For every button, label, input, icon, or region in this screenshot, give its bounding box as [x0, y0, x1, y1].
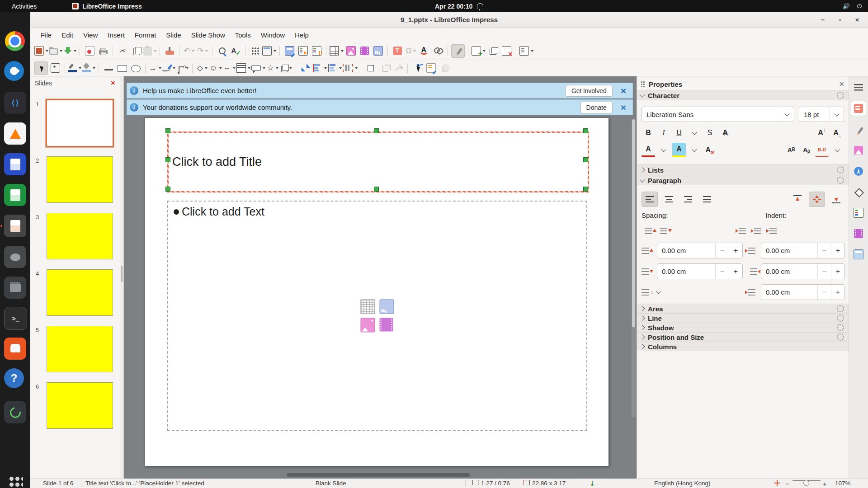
dropdown-caret-icon[interactable]: [289, 67, 292, 69]
dropdown-caret-icon[interactable]: [248, 67, 250, 69]
gear-icon[interactable]: [837, 92, 844, 99]
text-language-status[interactable]: English (Hong Kong): [654, 480, 711, 487]
slide-thumbnail-5[interactable]: [47, 326, 113, 372]
selection-handle[interactable]: [583, 157, 588, 162]
dropdown-caret-icon[interactable]: [219, 67, 222, 69]
insert-table-button[interactable]: [330, 45, 344, 57]
dock-item-chrome[interactable]: [5, 31, 25, 51]
dropdown-caret-icon[interactable]: [263, 67, 265, 69]
spin-minus[interactable]: −: [817, 243, 831, 258]
dropdown-caret-icon[interactable]: [154, 50, 156, 52]
master-slide-button[interactable]: [283, 45, 296, 57]
donate-button[interactable]: Donate: [580, 102, 613, 113]
export-pdf-button[interactable]: [83, 45, 96, 57]
dropdown-caret-icon[interactable]: [531, 50, 533, 52]
align-vcenter-button[interactable]: [809, 192, 825, 207]
slide-thumbnail-1[interactable]: [46, 99, 114, 147]
dock-item-app-grid[interactable]: [4, 471, 26, 488]
dropdown-caret-icon[interactable]: [192, 50, 194, 52]
selection-handle[interactable]: [165, 128, 170, 133]
decrease-paragraph-spacing-button[interactable]: [657, 224, 672, 238]
special-character-button[interactable]: Ω: [405, 45, 417, 57]
cut-button[interactable]: ✂: [116, 45, 129, 57]
dock-item-libreoffice-impress[interactable]: [4, 215, 26, 237]
flowchart-shapes-button[interactable]: [236, 62, 250, 75]
section-lists[interactable]: Lists: [637, 164, 849, 175]
gear-icon[interactable]: [837, 324, 844, 331]
spin-minus[interactable]: −: [715, 264, 729, 279]
section-paragraph[interactable]: Paragraph: [637, 175, 849, 185]
align-justify-button[interactable]: [699, 192, 715, 206]
dropdown-caret-icon[interactable]: [355, 67, 358, 69]
insert-chart-button[interactable]: [372, 45, 384, 57]
dock-item-libreoffice-calc[interactable]: [4, 184, 26, 206]
crop-image-button[interactable]: [378, 62, 391, 75]
tab-gallery[interactable]: [851, 143, 866, 158]
dock-item-ubuntu-software[interactable]: [4, 338, 26, 360]
dropdown-caret-icon[interactable]: [276, 67, 278, 69]
gear-icon[interactable]: [837, 305, 844, 312]
dock-item-extensions[interactable]: [4, 401, 26, 423]
selection-handle[interactable]: [374, 187, 379, 192]
underline-dropdown[interactable]: [688, 127, 701, 139]
menu-tools[interactable]: Tools: [230, 29, 256, 41]
slide-thumbnail-6[interactable]: [47, 382, 113, 429]
tab-slide-transition[interactable]: [851, 206, 866, 220]
chevron-down-icon[interactable]: [830, 107, 844, 122]
below-paragraph-spacing-field[interactable]: 0.00 cm − +: [657, 263, 743, 279]
dropdown-caret-icon[interactable]: [60, 50, 62, 52]
dropdown-caret-icon[interactable]: [159, 67, 161, 69]
first-line-indent-field[interactable]: 0.00 cm − +: [761, 284, 845, 300]
menu-view[interactable]: View: [78, 29, 103, 41]
font-size-select[interactable]: 18 pt: [799, 107, 844, 122]
stars-and-banners-button[interactable]: ☆: [266, 62, 279, 75]
section-shadow[interactable]: Shadow: [637, 323, 849, 332]
select-button[interactable]: [34, 61, 48, 75]
line-spacing-dropdown[interactable]: [657, 291, 742, 293]
fill-color-button[interactable]: [82, 62, 95, 75]
dropdown-caret-icon[interactable]: [233, 67, 236, 69]
title-placeholder[interactable]: Click to add Title: [167, 131, 589, 192]
spin-minus[interactable]: −: [817, 285, 831, 300]
chevron-down-icon[interactable]: [780, 107, 794, 122]
decrease-font-size-button[interactable]: A↓: [830, 127, 844, 139]
dropdown-caret-icon[interactable]: [341, 50, 344, 52]
menu-slide-show[interactable]: Slide Show: [186, 29, 230, 41]
spin-plus[interactable]: +: [831, 285, 844, 300]
tab-styles[interactable]: [851, 122, 866, 137]
fit-slide-icon[interactable]: [774, 480, 780, 486]
undo-button[interactable]: ↶: [183, 45, 195, 57]
selection-handle[interactable]: [374, 128, 379, 133]
clone-formatting-button[interactable]: [163, 45, 176, 57]
rectangle-button[interactable]: [116, 62, 128, 75]
slide-number-status[interactable]: Slide 1 of 6: [43, 480, 74, 487]
dock-item-vlc[interactable]: [4, 122, 26, 145]
fontwork-button[interactable]: [418, 45, 431, 57]
dock-item-vscode[interactable]: [4, 92, 26, 114]
zoom-and-pan-button[interactable]: [49, 62, 61, 75]
paste-button[interactable]: [143, 45, 156, 57]
close-button[interactable]: ×: [852, 14, 863, 25]
selection-handle[interactable]: [583, 187, 588, 192]
spin-plus[interactable]: +: [831, 264, 844, 279]
superscript-button[interactable]: Aᴮ: [784, 144, 798, 156]
increase-indent-button[interactable]: [736, 224, 751, 238]
tab-master-slides[interactable]: [851, 247, 866, 262]
system-status-area[interactable]: 🔊 ⏻: [842, 3, 862, 10]
panel-drag-handle-icon[interactable]: [641, 81, 645, 87]
maximize-button[interactable]: ▫: [835, 14, 845, 25]
bold-button[interactable]: B: [642, 127, 655, 139]
dock-item-thunderbird[interactable]: [4, 61, 24, 81]
spin-minus[interactable]: −: [817, 264, 831, 279]
zoom-slider-thumb[interactable]: [803, 480, 809, 486]
duplicate-slide-button[interactable]: [486, 45, 499, 57]
insert-table-placeholder-icon[interactable]: [360, 300, 375, 314]
slide-page[interactable]: Click to add Title Click to add Text: [144, 117, 609, 466]
insert-image-placeholder-icon[interactable]: [360, 318, 375, 333]
menu-format[interactable]: Format: [130, 29, 161, 41]
distribute-selection-button[interactable]: [343, 62, 358, 75]
gear-icon[interactable]: [837, 166, 844, 174]
rotate-button[interactable]: [299, 62, 312, 75]
display-grid-button[interactable]: [249, 45, 261, 57]
edit-points-button[interactable]: [411, 62, 424, 75]
